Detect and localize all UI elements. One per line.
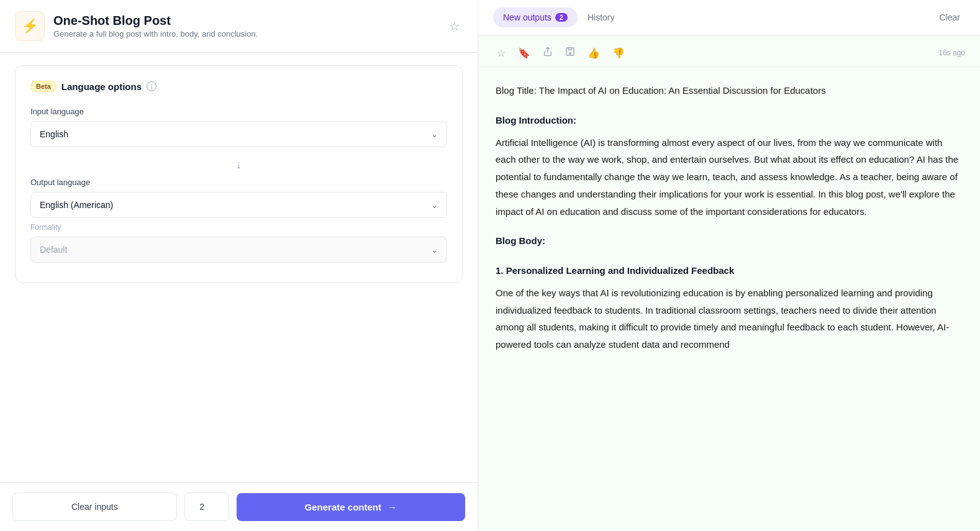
language-options-title: Language options bbox=[61, 81, 142, 92]
app-title: One-Shot Blog Post bbox=[53, 14, 438, 28]
input-language-select-wrapper: English Spanish French German Chinese Ja… bbox=[30, 121, 447, 147]
generate-content-button[interactable]: Generate content → bbox=[237, 493, 465, 521]
bookmark-output-button[interactable]: 🔖 bbox=[514, 45, 534, 61]
left-content: Beta Language options i Input language E… bbox=[0, 53, 478, 482]
app-header: ⚡ One-Shot Blog Post Generate a full blo… bbox=[0, 0, 478, 53]
output-toolbar: ☆ 🔖 👍 👎 16s ago bbox=[478, 35, 980, 67]
generate-arrow-icon: → bbox=[388, 502, 397, 512]
formality-select[interactable]: Default Formal Informal bbox=[30, 237, 447, 263]
output-timestamp: 16s ago bbox=[938, 48, 965, 57]
card-header: Beta Language options i bbox=[30, 81, 447, 92]
share-output-button[interactable] bbox=[539, 44, 556, 61]
beta-badge: Beta bbox=[30, 81, 57, 92]
input-language-select[interactable]: English Spanish French German Chinese Ja… bbox=[30, 121, 447, 147]
input-language-field: Input language English Spanish French Ge… bbox=[30, 107, 447, 147]
intro-body-text: Artificial Intelligence (AI) is transfor… bbox=[496, 134, 963, 220]
tab-new-outputs-badge: 2 bbox=[555, 13, 568, 22]
arrow-down-icon: ↓ bbox=[236, 158, 242, 171]
intro-heading-text: Blog Introduction: bbox=[496, 112, 963, 129]
formality-field: Formality Default Formal Informal ⌄ bbox=[30, 223, 447, 263]
tab-new-outputs-label: New outputs bbox=[503, 12, 551, 22]
left-footer: Clear inputs Generate content → bbox=[0, 482, 478, 531]
output-language-select-wrapper: English (American) English (British) Spa… bbox=[30, 192, 447, 218]
thumbs-up-button[interactable]: 👍 bbox=[584, 45, 604, 61]
generate-label: Generate content bbox=[305, 502, 381, 512]
count-input[interactable] bbox=[184, 492, 229, 521]
app-subtitle: Generate a full blog post with intro, bo… bbox=[53, 29, 438, 39]
bolt-icon: ⚡ bbox=[22, 18, 39, 34]
output-blog-title: Blog Title: The Impact of AI on Educatio… bbox=[496, 82, 963, 99]
thumbs-down-button[interactable]: 👎 bbox=[609, 45, 628, 61]
app-title-group: One-Shot Blog Post Generate a full blog … bbox=[53, 14, 438, 39]
info-icon[interactable]: i bbox=[147, 81, 157, 91]
right-header: New outputs 2 History Clear bbox=[478, 0, 980, 35]
favorite-button[interactable]: ☆ bbox=[447, 16, 463, 36]
output-language-field: Output language English (American) Engli… bbox=[30, 178, 447, 218]
save-output-button[interactable] bbox=[561, 44, 579, 61]
section1-heading: 1. Personalized Learning and Individuali… bbox=[496, 262, 963, 279]
section1-body: One of the key ways that AI is revolutio… bbox=[496, 284, 963, 353]
output-intro-heading: Blog Introduction: Artificial Intelligen… bbox=[496, 112, 963, 220]
output-content: Blog Title: The Impact of AI on Educatio… bbox=[478, 67, 980, 531]
output-body-section: Blog Body: bbox=[496, 232, 963, 250]
star-output-button[interactable]: ☆ bbox=[493, 45, 509, 61]
output-language-label: Output language bbox=[30, 178, 447, 187]
output-section1: 1. Personalized Learning and Individuali… bbox=[496, 262, 963, 353]
tab-new-outputs[interactable]: New outputs 2 bbox=[493, 7, 578, 27]
tab-history[interactable]: History bbox=[578, 7, 625, 27]
formality-select-wrapper: Default Formal Informal ⌄ bbox=[30, 237, 447, 263]
output-language-select[interactable]: English (American) English (British) Spa… bbox=[30, 192, 447, 218]
clear-outputs-button[interactable]: Clear bbox=[935, 10, 965, 25]
app-icon: ⚡ bbox=[15, 11, 45, 41]
right-panel: New outputs 2 History Clear ☆ 🔖 👍 👎 16s … bbox=[478, 0, 980, 531]
input-language-label: Input language bbox=[30, 107, 447, 116]
language-options-card: Beta Language options i Input language E… bbox=[15, 65, 463, 283]
arrow-down-divider: ↓ bbox=[30, 152, 447, 178]
clear-inputs-button[interactable]: Clear inputs bbox=[12, 492, 177, 521]
left-panel: ⚡ One-Shot Blog Post Generate a full blo… bbox=[0, 0, 478, 531]
formality-label: Formality bbox=[30, 223, 447, 232]
body-heading-text: Blog Body: bbox=[496, 232, 963, 250]
